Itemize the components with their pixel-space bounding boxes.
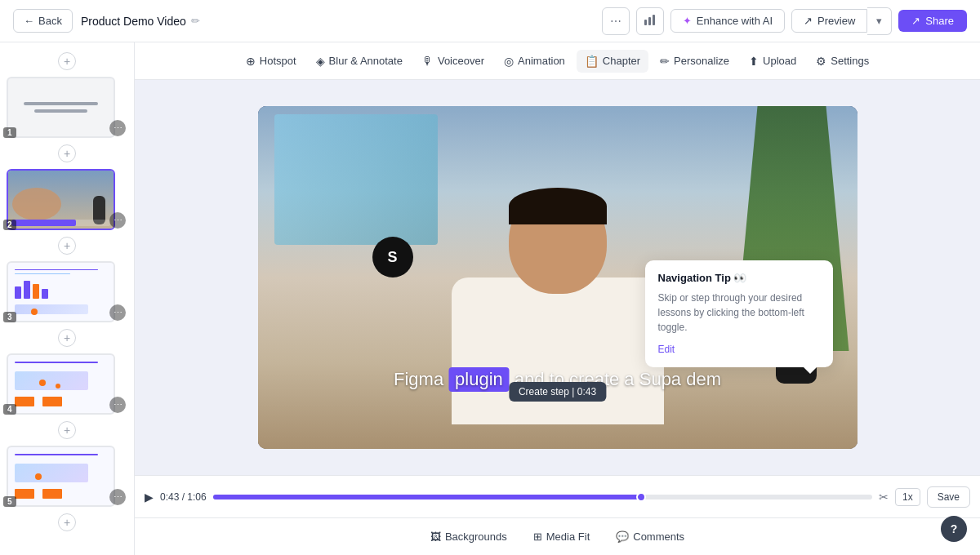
add-slide-after-5-button[interactable]: +	[58, 513, 76, 531]
slide-thumb-4	[7, 353, 115, 415]
tool-comments[interactable]: 💬 Comments	[604, 526, 696, 548]
add-after-5: +	[0, 510, 134, 535]
preview-dropdown-button[interactable]: ▾	[867, 7, 892, 35]
tool-blur[interactable]: ◈ Blur & Annotate	[308, 50, 411, 73]
scene-window	[274, 114, 438, 245]
nav-tip-edit-button[interactable]: Edit	[658, 344, 675, 355]
dash-col-4	[42, 289, 48, 299]
blur-icon: ◈	[316, 55, 325, 68]
slide-number-2: 2	[3, 220, 16, 230]
slide-item-2[interactable]: 2 ⋯	[0, 166, 134, 233]
slide-item-3[interactable]: 3 ⋯	[0, 258, 134, 326]
hotspot-label: Hotspot	[260, 55, 296, 67]
subtitle-text-before: Figma	[394, 369, 443, 390]
tool-upload[interactable]: ⬆ Upload	[741, 50, 804, 73]
slide-more-2[interactable]: ⋯	[109, 212, 126, 229]
slide-number-5: 5	[3, 496, 16, 507]
dash-map-1	[15, 304, 88, 314]
slide4-bar-1	[15, 362, 98, 363]
slide5-orange-2	[42, 489, 62, 499]
person-head	[509, 188, 607, 294]
nav-tip-title-text: Navigation Tip 👀	[658, 272, 747, 284]
top-bar-left: ← Back Product Demo Video ✏	[13, 9, 200, 33]
time-display: 0:43 / 1:06	[160, 491, 207, 503]
progress-thumb	[636, 492, 646, 502]
slide5-dashboard	[8, 447, 114, 505]
subtitle-highlight: plugin	[448, 367, 510, 392]
edit-icon[interactable]: ✏	[191, 15, 200, 27]
save-button[interactable]: Save	[927, 486, 970, 508]
analytics-icon	[644, 13, 657, 29]
tool-animation[interactable]: ◎ Animation	[496, 50, 573, 73]
speed-button[interactable]: 1x	[895, 488, 920, 506]
slide-number-3: 3	[3, 312, 16, 322]
comments-icon: 💬	[616, 531, 629, 543]
slide-more-4[interactable]: ⋯	[109, 397, 126, 413]
help-icon: ?	[951, 522, 958, 535]
slide3-dashboard	[8, 263, 114, 321]
back-button[interactable]: ← Back	[13, 9, 73, 33]
tool-mediafit[interactable]: ⊞ Media Fit	[522, 526, 601, 548]
add-slide-after-1-button[interactable]: +	[58, 144, 76, 162]
hotspot-icon: ⊕	[246, 55, 256, 68]
add-slide-after-4-button[interactable]: +	[58, 421, 76, 439]
scissors-button[interactable]: ✂	[879, 491, 889, 504]
timeline: ▶ 0:43 / 1:06 ✂ 1x Save	[135, 475, 980, 517]
add-slide-after-2-button[interactable]: +	[58, 237, 76, 255]
slide4-dashboard	[8, 355, 114, 413]
help-button[interactable]: ?	[941, 516, 967, 542]
tool-hotspot[interactable]: ⊕ Hotspot	[238, 50, 305, 73]
dash-bar-1	[15, 269, 98, 270]
slide-more-5[interactable]: ⋯	[109, 489, 126, 505]
add-slide-before-1-button[interactable]: +	[58, 52, 76, 70]
share-button[interactable]: ↗ Share	[898, 10, 967, 32]
slide-more-1[interactable]: ⋯	[109, 120, 126, 136]
dash-col-3	[33, 284, 39, 299]
enhance-label: Enhance with AI	[697, 15, 773, 27]
tool-chapter[interactable]: 📋 Chapter	[577, 50, 648, 73]
slide-item-5[interactable]: 5 ⋯	[0, 442, 134, 510]
dash-dot-1	[31, 309, 38, 315]
slide4-row	[15, 397, 62, 406]
toolbar: ⊕ Hotspot ◈ Blur & Annotate 🎙 Voiceover …	[135, 42, 980, 80]
main-area: ⊕ Hotspot ◈ Blur & Annotate 🎙 Voiceover …	[135, 42, 980, 555]
top-bar-right: ⋯ ✦ Enhance with AI ↗ Preview ▾	[602, 7, 967, 35]
more-icon: ⋯	[610, 15, 621, 28]
tool-settings[interactable]: ⚙ Settings	[808, 50, 877, 73]
add-slide-after-3-button[interactable]: +	[58, 329, 76, 347]
slide-item-1[interactable]: 1 ⋯	[0, 73, 134, 141]
play-button[interactable]: ▶	[145, 491, 154, 504]
dash-bar-2	[15, 273, 70, 274]
create-step-button[interactable]: Create step | 0:43	[509, 382, 606, 402]
video-scene: S Figma plugin and to create a Supa dem …	[258, 106, 858, 449]
chapter-icon: 📋	[585, 55, 599, 68]
comments-label: Comments	[633, 531, 684, 543]
person-hair	[509, 188, 607, 224]
enhance-button[interactable]: ✦ Enhance with AI	[670, 9, 785, 33]
voiceover-label: Voiceover	[438, 55, 484, 67]
tool-voiceover[interactable]: 🎙 Voiceover	[414, 50, 492, 73]
slide-more-3[interactable]: ⋯	[109, 304, 126, 321]
add-between-2-3: +	[0, 233, 134, 258]
chevron-down-icon: ▾	[876, 15, 882, 27]
nav-tip-body: Skip or step through your desired lesson…	[658, 291, 820, 335]
slide5-orange-1	[15, 489, 34, 499]
preview-group: ↗ Preview ▾	[791, 7, 892, 35]
progress-bar[interactable]	[213, 495, 872, 500]
animation-icon: ◎	[504, 55, 514, 68]
slide-thumb-2	[7, 169, 115, 230]
slide4-dot-1	[39, 380, 46, 386]
add-between-1-2: +	[0, 141, 134, 166]
add-between-4-5: +	[0, 418, 134, 442]
person-shirt	[452, 278, 664, 424]
preview-button[interactable]: ↗ Preview	[791, 9, 867, 33]
external-icon: ↗	[804, 15, 813, 27]
slide1-line-2	[34, 109, 87, 113]
more-options-button[interactable]: ⋯	[602, 7, 630, 35]
slide-thumb-3	[7, 261, 115, 322]
analytics-button[interactable]	[636, 7, 664, 35]
slide-item-4[interactable]: 4 ⋯	[0, 350, 134, 418]
tool-personalize[interactable]: ✏ Personalize	[652, 50, 737, 73]
tool-backgrounds[interactable]: 🖼 Backgrounds	[419, 526, 519, 548]
title-text: Product Demo Video	[81, 15, 186, 28]
